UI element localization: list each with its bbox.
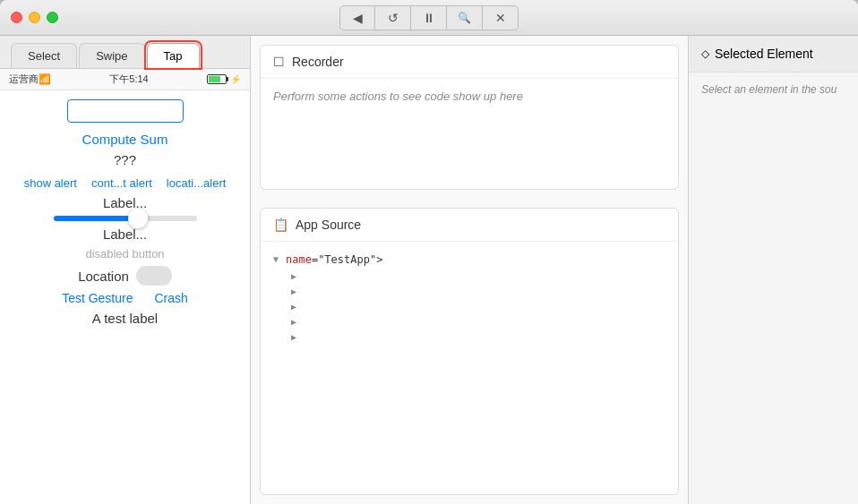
carrier-label: 运营商 (9, 73, 39, 86)
recorder-placeholder: Perform some actions to see code show up… (273, 90, 523, 103)
app-source-title: App Source (296, 218, 361, 232)
slider-fill (54, 216, 133, 221)
titlebar: ◀ ↺ ⏸ 🔍 ✕ (0, 0, 858, 36)
refresh-button[interactable]: ↺ (375, 5, 411, 30)
selected-element-title: Selected Element (715, 47, 813, 61)
minimize-traffic-light[interactable] (29, 12, 40, 23)
slider-container (54, 216, 197, 221)
cont-alert-button[interactable]: cont...t alert (91, 176, 152, 190)
phone-body: Compute Sum ??? show alert cont...t aler… (0, 90, 250, 335)
middle-panel: ☐ Recorder Perform some actions to see c… (251, 36, 688, 504)
recorder-icon: ☐ (273, 55, 285, 69)
selected-element-icon: ◇ (701, 47, 709, 60)
time-label: 下午5:14 (51, 73, 207, 86)
phone-screen: 运营商 📶 下午5:14 ⚡ Compute Sum ??? (0, 69, 250, 504)
tree-chevron: ▶ (291, 332, 304, 342)
tree-chevron: ▶ (291, 286, 304, 296)
selected-element-header: ◇ Selected Element (689, 36, 858, 73)
location-row: Location (78, 266, 172, 286)
tree-item[interactable]: ▶ (273, 284, 665, 299)
app-source-body: ▼name="TestApp">▶▶▶▶▶ (261, 242, 678, 494)
recorder-header: ☐ Recorder (261, 46, 678, 79)
tree-item[interactable]: ▶ (273, 299, 665, 314)
main-content: Select Swipe Tap 运营商 📶 下午5:14 (0, 36, 858, 504)
tree-item[interactable] (273, 345, 665, 350)
slider-thumb[interactable] (128, 209, 148, 228)
tab-swipe[interactable]: Swipe (79, 43, 144, 68)
close-traffic-light[interactable] (11, 12, 22, 23)
recorder-panel: ☐ Recorder Perform some actions to see c… (260, 45, 679, 190)
text-input[interactable] (67, 99, 184, 123)
wifi-icon: 📶 (39, 73, 51, 85)
tree-item[interactable]: ▶ (273, 314, 665, 329)
tab-tap[interactable]: Tap (147, 43, 200, 68)
tree-chevron: ▶ (291, 317, 304, 327)
back-button[interactable]: ◀ (339, 5, 375, 30)
app-source-icon: 📋 (273, 218, 288, 232)
toolbar-buttons: ◀ ↺ ⏸ 🔍 ✕ (339, 5, 519, 30)
battery-tip (227, 77, 228, 81)
recorder-body: Perform some actions to see code show up… (261, 79, 678, 189)
battery-icon (207, 74, 227, 84)
pause-button[interactable]: ⏸ (411, 5, 447, 30)
right-panel: ◇ Selected Element Select an element in … (688, 36, 858, 504)
tree-item[interactable]: ▶ (273, 269, 665, 284)
recorder-title: Recorder (292, 55, 344, 69)
close-button[interactable]: ✕ (483, 5, 519, 30)
selected-element-placeholder: Select an element in the sou (701, 83, 837, 96)
charging-icon: ⚡ (230, 74, 241, 84)
locati-alert-button[interactable]: locati...alert (167, 176, 226, 190)
phone-status-bar: 运营商 📶 下午5:14 ⚡ (0, 69, 250, 90)
app-source-panel: 📋 App Source ▼name="TestApp">▶▶▶▶▶ (260, 208, 679, 495)
show-alert-button[interactable]: show alert (24, 176, 77, 190)
app-window: ◀ ↺ ⏸ 🔍 ✕ Select Swipe Tap (0, 0, 858, 504)
tree-item[interactable]: ▶ (273, 329, 665, 345)
disabled-button-label: disabled button (85, 247, 164, 261)
alert-buttons: show alert cont...t alert locati...alert (24, 176, 227, 190)
left-panel: Select Swipe Tap 运营商 📶 下午5:14 (0, 36, 251, 504)
tree-chevron: ▶ (291, 271, 304, 281)
test-crash-row: Test Gesture Crash (62, 291, 188, 305)
battery-fill (209, 76, 220, 82)
app-source-header: 📋 App Source (261, 209, 678, 242)
tree-chevron: ▶ (291, 302, 304, 312)
location-label: Location (78, 269, 129, 284)
location-toggle[interactable] (136, 266, 172, 286)
selected-element-body: Select an element in the sou (689, 73, 858, 107)
label-2: Label... (103, 226, 147, 242)
maximize-traffic-light[interactable] (47, 12, 58, 23)
test-gesture-button[interactable]: Test Gesture (62, 291, 133, 305)
search-button[interactable]: 🔍 (447, 5, 483, 30)
tree-chevron: ▼ (273, 254, 286, 264)
tab-select[interactable]: Select (11, 43, 77, 68)
slider-track (54, 216, 197, 221)
test-label: A test label (92, 311, 158, 326)
status-right: ⚡ (207, 74, 241, 84)
result-label: ??? (114, 152, 136, 167)
tab-bar: Select Swipe Tap (0, 36, 250, 69)
tree-container: ▼name="TestApp">▶▶▶▶▶ (273, 251, 665, 350)
crash-button[interactable]: Crash (155, 291, 188, 305)
traffic-lights (11, 12, 58, 23)
tree-item[interactable]: ▼name="TestApp"> (273, 251, 665, 269)
compute-sum-button[interactable]: Compute Sum (82, 132, 168, 147)
